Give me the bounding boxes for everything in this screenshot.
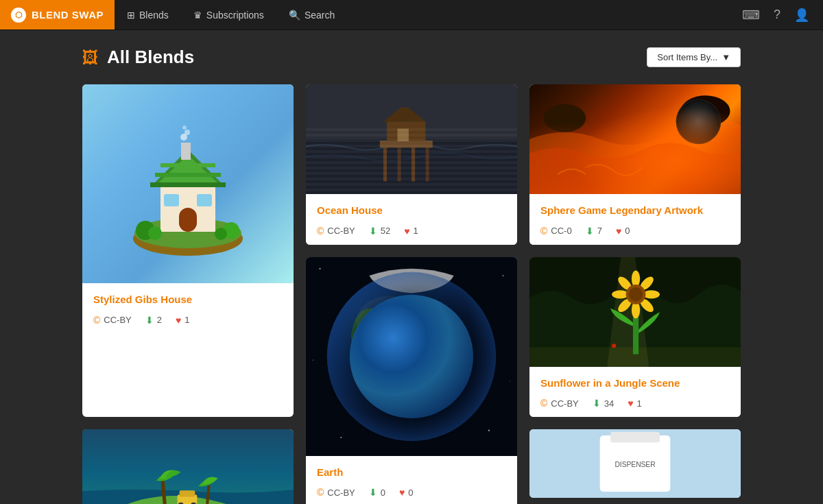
card-body: Sunflower in a Jungle Scene © CC-BY ⬇ 34… — [529, 367, 741, 418]
card-title[interactable]: Ocean House — [317, 204, 506, 217]
card-body: Sphere Game Legendary Artwork © CC-0 ⬇ 7… — [529, 194, 741, 245]
nav-search[interactable]: 🔍 Search — [276, 0, 347, 29]
card-body: Earth © CC-BY ⬇ 0 ♥ 0 — [306, 456, 517, 505]
svg-point-39 — [313, 359, 313, 360]
heart-icon: ♥ — [404, 226, 409, 237]
svg-point-38 — [488, 429, 490, 431]
svg-rect-10 — [197, 194, 212, 206]
downloads-count: 34 — [604, 398, 614, 409]
downloads-item: ⬇ 7 — [586, 226, 602, 237]
card-meta: © CC-BY ⬇ 34 ♥ 1 — [540, 398, 730, 409]
svg-rect-62 — [180, 490, 195, 496]
card-meta: © CC-BY ⬇ 0 ♥ 0 — [317, 487, 506, 498]
svg-rect-71 — [610, 432, 660, 442]
downloads-item: ⬇ 0 — [369, 487, 385, 498]
svg-rect-8 — [179, 208, 197, 232]
likes-count: 1 — [414, 226, 418, 236]
likes-count: 1 — [637, 398, 642, 409]
house-svg — [119, 108, 257, 259]
license-item: © CC-BY — [317, 487, 355, 498]
page-title-icon: 🖼 — [82, 48, 99, 67]
page-title: All Blends — [107, 47, 194, 68]
cc-icon: © — [317, 487, 324, 498]
card-title[interactable]: Stylized Gibs House — [93, 293, 283, 307]
box-image: DISPENSER — [529, 429, 741, 498]
card-low-poly-beach[interactable]: Low Poly Beach Scene © CC-BY ⬇ 8 ♥ 1 — [82, 429, 294, 504]
likes-item: ♥ 1 — [628, 398, 642, 409]
svg-marker-5 — [150, 182, 226, 187]
earth-svg — [306, 257, 517, 456]
house-image — [82, 84, 294, 283]
svg-point-57 — [612, 344, 616, 348]
logo[interactable]: ⬡ BLEND SWAP — [0, 0, 115, 29]
likes-item: ♥ 1 — [176, 315, 190, 326]
card-image-wrap — [529, 84, 741, 194]
card-image-wrap — [306, 257, 517, 456]
svg-point-37 — [340, 437, 342, 438]
svg-point-14 — [182, 125, 187, 130]
nav-blends[interactable]: ⊞ Blends — [115, 0, 181, 29]
likes-count: 0 — [625, 226, 630, 236]
card-sunflower-jungle[interactable]: Sunflower in a Jungle Scene © CC-BY ⬇ 34… — [529, 257, 741, 418]
lava-overlay — [529, 84, 741, 194]
license-item: © CC-BY — [540, 398, 579, 409]
page-header: 🖼 All Blends Sort Items By... ▼ — [82, 47, 741, 68]
card-ocean-house[interactable]: Ocean House © CC-BY ⬇ 52 ♥ 1 — [306, 84, 517, 245]
cc-icon: © — [93, 315, 100, 326]
card-box-item[interactable]: DISPENSER — [529, 429, 741, 498]
beach-svg — [82, 429, 294, 504]
downloads-item: ⬇ 2 — [145, 315, 162, 326]
card-title[interactable]: Sunflower in a Jungle Scene — [540, 376, 730, 390]
sort-button[interactable]: Sort Items By... ▼ — [647, 47, 741, 67]
license-item: © CC-BY — [93, 315, 132, 326]
beach-image — [82, 429, 294, 504]
heart-icon: ♥ — [628, 398, 633, 409]
earth-image — [306, 257, 517, 456]
heart-icon: ♥ — [616, 226, 621, 237]
download-icon: ⬇ — [586, 226, 594, 237]
license-text: CC-BY — [327, 226, 355, 236]
blends-icon: ⊞ — [127, 10, 135, 21]
user-icon[interactable]: 👤 — [794, 8, 809, 23]
card-sphere-game[interactable]: Sphere Game Legendary Artwork © CC-0 ⬇ 7… — [529, 84, 741, 245]
card-title[interactable]: Sphere Game Legendary Artwork — [540, 204, 730, 217]
main-content: 🖼 All Blends Sort Items By... ▼ — [0, 30, 823, 504]
card-image-wrap: DISPENSER — [529, 429, 741, 498]
heart-icon: ♥ — [399, 487, 405, 498]
sunflower-image — [529, 257, 741, 367]
svg-text:DISPENSER: DISPENSER — [615, 461, 655, 468]
download-icon: ⬇ — [593, 398, 601, 409]
card-meta: © CC-BY ⬇ 2 ♥ 1 — [93, 315, 283, 326]
card-earth[interactable]: Earth © CC-BY ⬇ 0 ♥ 0 — [306, 257, 517, 505]
nav-search-label: Search — [305, 10, 335, 21]
card-body: Ocean House © CC-BY ⬇ 52 ♥ 1 — [306, 194, 517, 245]
nav-right: ⌨ ? 👤 — [742, 8, 823, 23]
svg-rect-11 — [181, 143, 191, 160]
logo-icon: ⬡ — [11, 8, 26, 23]
nav-links: ⊞ Blends ♛ Subscriptions 🔍 Search — [115, 0, 742, 29]
license-item: © CC-BY — [317, 226, 355, 237]
navbar: ⬡ BLEND SWAP ⊞ Blends ♛ Subscriptions 🔍 … — [0, 0, 823, 30]
card-meta: © CC-0 ⬇ 7 ♥ 0 — [540, 226, 730, 237]
license-text: CC-BY — [551, 398, 578, 409]
download-icon: ⬇ — [369, 487, 377, 498]
sphere-image — [529, 84, 741, 194]
box-svg: DISPENSER — [529, 429, 741, 498]
svg-point-18 — [215, 228, 227, 240]
nav-subscriptions[interactable]: ♛ Subscriptions — [181, 0, 276, 29]
card-stylized-gibs-house[interactable]: Stylized Gibs House © CC-BY ⬇ 2 ♥ 1 — [82, 84, 294, 417]
svg-point-40 — [510, 381, 510, 381]
sort-button-label: Sort Items By... — [657, 52, 717, 62]
download-icon: ⬇ — [145, 315, 154, 326]
card-title[interactable]: Earth — [317, 466, 506, 479]
likes-item: ♥ 1 — [404, 226, 418, 237]
license-text: CC-BY — [104, 315, 131, 325]
ocean-wave — [306, 128, 517, 194]
card-body: Stylized Gibs House © CC-BY ⬇ 2 ♥ 1 — [82, 283, 294, 334]
svg-point-56 — [629, 287, 643, 302]
likes-count: 0 — [408, 488, 413, 498]
keyboard-icon[interactable]: ⌨ — [742, 8, 760, 23]
page-title-wrap: 🖼 All Blends — [82, 47, 194, 68]
help-icon[interactable]: ? — [774, 8, 780, 22]
sort-dropdown-icon: ▼ — [721, 52, 730, 62]
